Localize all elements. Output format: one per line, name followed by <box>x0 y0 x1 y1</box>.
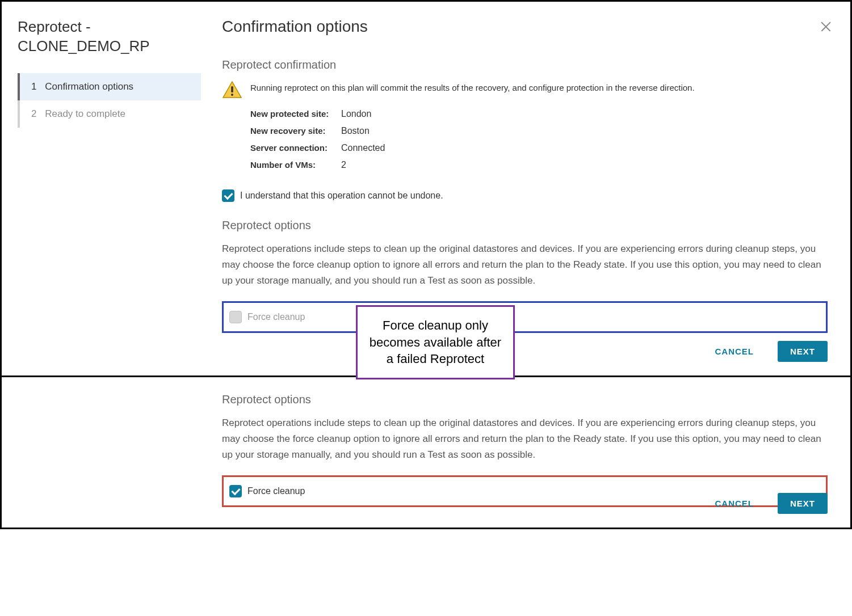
wizard-buttons: CANCEL NEXT <box>702 493 828 514</box>
confirmation-details: New protected site: London New recovery … <box>250 109 828 177</box>
reprotect-options-heading: Reprotect options <box>222 219 828 232</box>
protected-site-value: London <box>341 109 371 119</box>
reprotect-options-description: Reprotect operations include steps to cl… <box>222 415 828 463</box>
cancel-button[interactable]: CANCEL <box>702 341 766 362</box>
close-icon[interactable] <box>820 20 832 32</box>
wizard-buttons: CANCEL NEXT <box>702 341 828 362</box>
wizard-sidebar-bottom <box>2 377 202 528</box>
reprotect-options-heading: Reprotect options <box>222 393 828 406</box>
protected-site-label: New protected site: <box>250 109 341 119</box>
wizard-sidebar: Reprotect - CLONE_DEMO_RP 1 Confirmation… <box>2 2 202 375</box>
recovery-site-value: Boston <box>341 126 370 136</box>
step-number: 2 <box>31 108 36 119</box>
svg-rect-0 <box>231 86 233 92</box>
step-number: 1 <box>31 81 36 92</box>
reprotect-options-description: Reprotect operations include steps to cl… <box>222 241 828 289</box>
undo-ack-label: I understand that this operation cannot … <box>240 191 443 201</box>
force-cleanup-disabled-highlight: Force cleanup <box>222 301 828 333</box>
step-label: Confirmation options <box>45 81 133 92</box>
force-cleanup-label: Force cleanup <box>247 486 305 496</box>
content-heading: Confirmation options <box>222 18 828 36</box>
undo-ack-row: I understand that this operation cannot … <box>222 189 828 202</box>
reprotect-confirmation-heading: Reprotect confirmation <box>222 58 828 71</box>
vm-count-value: 2 <box>341 160 346 170</box>
wizard-content-bottom: Reprotect options Reprotect operations i… <box>202 377 850 528</box>
force-cleanup-checkbox-disabled <box>229 311 242 323</box>
step-ready-to-complete[interactable]: 2 Ready to complete <box>20 100 201 128</box>
warning-row: Running reprotect on this plan will comm… <box>222 81 828 99</box>
step-confirmation-options[interactable]: 1 Confirmation options <box>18 73 201 100</box>
next-button[interactable]: NEXT <box>778 341 828 362</box>
vm-count-label: Number of VMs: <box>250 160 341 170</box>
wizard-steps: 1 Confirmation options 2 Ready to comple… <box>18 73 201 128</box>
wizard-title: Reprotect - CLONE_DEMO_RP <box>2 18 201 73</box>
cancel-button[interactable]: CANCEL <box>702 493 766 514</box>
reprotect-wizard-panel-bottom: Reprotect options Reprotect operations i… <box>0 377 852 529</box>
server-connection-label: Server connection: <box>250 143 341 153</box>
undo-ack-checkbox[interactable] <box>222 189 234 202</box>
force-cleanup-label: Force cleanup <box>247 312 305 322</box>
svg-point-1 <box>231 94 233 96</box>
warning-text: Running reprotect on this plan will comm… <box>250 81 695 92</box>
recovery-site-label: New recovery site: <box>250 126 341 136</box>
warning-icon <box>222 81 242 99</box>
next-button[interactable]: NEXT <box>778 493 828 514</box>
server-connection-value: Connected <box>341 143 385 153</box>
step-label: Ready to complete <box>45 108 125 119</box>
annotation-callout: Force cleanup only becomes available aft… <box>356 305 515 379</box>
wizard-content: Confirmation options Reprotect confirmat… <box>202 2 850 375</box>
force-cleanup-checkbox-checked[interactable] <box>229 485 242 497</box>
